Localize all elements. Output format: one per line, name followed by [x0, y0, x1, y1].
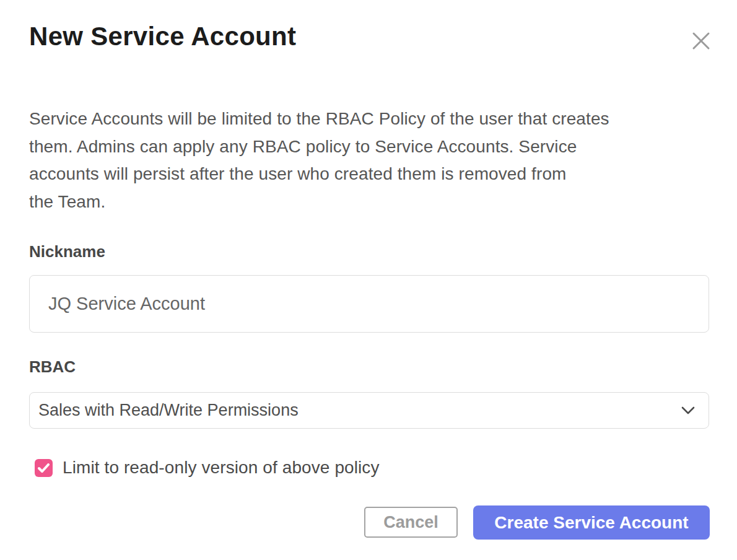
rbac-select[interactable]: Sales with Read/Write Permissions: [29, 392, 709, 429]
read-only-checkbox[interactable]: [35, 459, 53, 477]
nickname-label: Nickname: [29, 242, 105, 261]
check-icon: [38, 463, 50, 473]
description-line: accounts will persist after the user who…: [29, 160, 609, 188]
modal-title: New Service Account: [29, 21, 296, 52]
read-only-checkbox-row[interactable]: Limit to read-only version of above poli…: [35, 457, 380, 478]
rbac-select-value: Sales with Read/Write Permissions: [38, 401, 299, 420]
read-only-checkbox-label: Limit to read-only version of above poli…: [63, 458, 380, 478]
cancel-button[interactable]: Cancel: [364, 507, 458, 538]
create-service-account-button[interactable]: Create Service Account: [473, 505, 710, 540]
rbac-label: RBAC: [29, 357, 76, 377]
close-button[interactable]: [687, 27, 715, 55]
nickname-input[interactable]: [29, 275, 709, 333]
description-line: the Team.: [29, 188, 609, 216]
close-icon: [692, 32, 710, 50]
new-service-account-modal: New Service Account Service Accounts wil…: [0, 0, 737, 560]
description-line: them. Admins can apply any RBAC policy t…: [29, 133, 609, 161]
description-line: Service Accounts will be limited to the …: [29, 105, 609, 133]
chevron-down-icon: [681, 406, 695, 414]
modal-description: Service Accounts will be limited to the …: [29, 105, 609, 216]
